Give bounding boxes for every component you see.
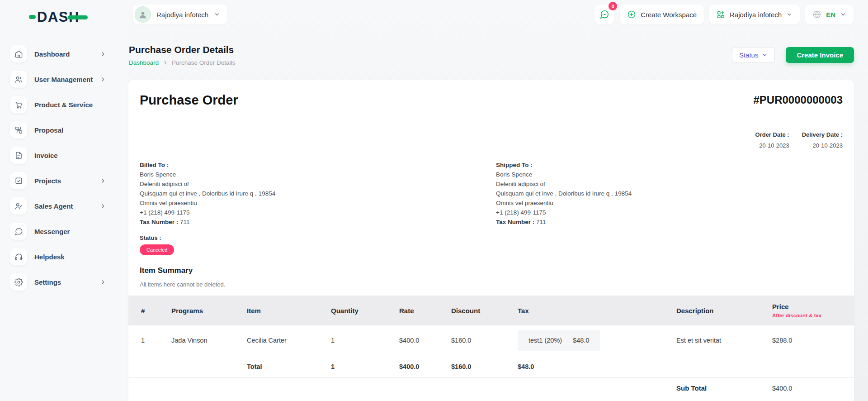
cell-tax: test1 (20%) $48.0 — [518, 325, 676, 356]
messages-count-badge: 0 — [609, 2, 617, 10]
helpdesk-icon — [10, 248, 27, 265]
status-badge: Canceled — [140, 244, 174, 255]
sidebar-item-sales-agent[interactable]: Sales Agent — [10, 197, 106, 215]
cell-programs: Jada Vinson — [171, 325, 247, 356]
plus-circle-icon — [627, 10, 636, 19]
sidebar-item-label: User Management — [34, 76, 93, 83]
col-index: # — [128, 296, 171, 325]
table-header-row: # Programs Item Quantity Rate Discount T… — [128, 296, 854, 325]
users-icon — [10, 71, 27, 88]
discount-row: Discount $160.0 — [128, 399, 854, 401]
sidebar-nav: Dashboard User Management Product & Serv… — [10, 45, 106, 291]
cell-index: 1 — [128, 325, 171, 356]
sidebar-item-helpdesk[interactable]: Helpdesk — [10, 248, 106, 265]
cart-icon — [10, 96, 27, 113]
sidebar-item-label: Invoice — [34, 152, 58, 159]
sidebar-item-label: Product & Service — [34, 101, 93, 109]
language-label: EN — [826, 11, 835, 19]
discount-label: Discount — [676, 399, 772, 401]
col-rate: Rate — [399, 296, 451, 325]
sidebar-item-messenger[interactable]: Messenger — [10, 223, 106, 240]
discount-value: $160.0 — [772, 399, 854, 401]
shipped-to-label: Shipped To : — [496, 160, 843, 170]
messages-button[interactable]: 0 — [594, 5, 614, 24]
col-tax: Tax — [518, 296, 676, 325]
order-dates: Order Date : 20-10-2023 Delivery Date : … — [128, 131, 854, 149]
order-status-label: Status : — [140, 234, 843, 241]
item-summary-note: All items here cannot be deleted. — [140, 281, 843, 288]
sales-agent-icon — [10, 197, 27, 215]
language-selector[interactable]: EN — [805, 5, 854, 24]
sidebar-item-product-service[interactable]: Product & Service — [10, 96, 106, 113]
billed-to-label: Billed To : — [140, 160, 496, 170]
shipped-to-city: Omnis vel praesentiu — [496, 198, 843, 208]
chevron-right-icon — [100, 203, 106, 209]
breadcrumb-dashboard-link[interactable]: Dashboard — [129, 59, 159, 66]
chevron-right-icon — [100, 279, 106, 285]
col-discount: Discount — [451, 296, 518, 325]
page-header: Purchase Order Details Dashboard Purchas… — [129, 44, 235, 66]
delivery-date: Delivery Date : 20-10-2023 — [802, 131, 843, 149]
delivery-date-label: Delivery Date : — [802, 131, 843, 138]
chevron-right-icon — [100, 51, 106, 57]
sidebar-item-label: Messenger — [34, 228, 70, 235]
create-workspace-button[interactable]: Create Workspace — [620, 5, 704, 24]
workspace-name: Rajodiya infotech — [156, 11, 208, 19]
home-icon — [10, 45, 27, 62]
item-summary-header: Item Summary All items here cannot be de… — [128, 266, 854, 288]
globe-icon — [812, 10, 821, 19]
chevron-right-icon — [100, 178, 106, 184]
breadcrumb-current: Purchase Order Details — [172, 59, 235, 66]
sidebar: DASH Dashboard User Management Product &… — [0, 0, 128, 401]
sidebar-item-label: Sales Agent — [34, 202, 73, 210]
settings-icon — [10, 273, 27, 291]
sidebar-item-projects[interactable]: Projects — [10, 172, 106, 189]
cell-discount: $160.0 — [451, 325, 518, 356]
subtotal-row: Sub Total $400.0 — [128, 377, 854, 399]
tax-amount: $48.0 — [573, 337, 589, 344]
chevron-down-icon — [762, 52, 768, 58]
shipped-to-name: Boris Spence — [496, 170, 843, 179]
proposal-icon — [10, 121, 27, 138]
sidebar-item-dashboard[interactable]: Dashboard — [10, 45, 106, 62]
sidebar-item-settings[interactable]: Settings — [10, 273, 106, 291]
cell-price: $288.0 — [772, 325, 854, 356]
billed-to-block: Billed To : Boris Spence Deleniti adipis… — [140, 160, 496, 227]
app-logo[interactable]: DASH — [29, 10, 88, 24]
company-selector[interactable]: Rajodiya infotech — [709, 5, 800, 24]
sidebar-item-invoice[interactable]: Invoice — [10, 147, 106, 164]
delivery-date-value: 20-10-2023 — [802, 142, 843, 149]
create-invoice-button[interactable]: Create Invoice — [786, 47, 854, 63]
price-note: After discount & tax — [772, 313, 851, 318]
sidebar-item-label: Settings — [34, 278, 61, 286]
page-actions: Status Create Invoice — [732, 47, 854, 63]
workspace-selector[interactable]: Rajodiya infotech — [133, 5, 227, 24]
tax-detail-box: test1 (20%) $48.0 — [518, 330, 600, 351]
sidebar-item-proposal[interactable]: Proposal — [10, 121, 106, 138]
total-discount: $160.0 — [451, 356, 518, 377]
order-date-value: 20-10-2023 — [755, 142, 789, 149]
total-tax: $48.0 — [518, 356, 676, 377]
breadcrumb: Dashboard Purchase Order Details — [129, 59, 235, 66]
projects-icon — [10, 172, 27, 189]
col-price: Price After discount & tax — [772, 296, 854, 325]
subtotal-label: Sub Total — [676, 377, 772, 399]
sidebar-item-user-management[interactable]: User Management — [10, 71, 106, 88]
sidebar-item-label: Helpdesk — [34, 253, 65, 261]
breadcrumb-chevron-icon — [163, 60, 168, 65]
shipped-to-tax: Tax Number : 711 — [496, 217, 843, 227]
logo-dash-accent — [68, 15, 88, 19]
shipped-to-address: Quisquam qui et inve , Doloribus id irur… — [496, 189, 843, 198]
shipped-to-block: Shipped To : Boris Spence Deleniti adipi… — [496, 160, 843, 227]
shipped-to-phone: +1 (218) 499-1175 — [496, 208, 843, 217]
addresses: Billed To : Boris Spence Deleniti adipis… — [128, 160, 854, 227]
sidebar-item-label: Proposal — [34, 126, 63, 134]
status-dropdown-button[interactable]: Status — [732, 47, 775, 63]
cell-item: Cecilia Carter — [247, 325, 331, 356]
billed-to-address: Quisquam qui et inve , Doloribus id irur… — [140, 189, 496, 198]
purchase-order-number: #PUR0000000003 — [754, 94, 843, 106]
company-name: Rajodiya infotech — [730, 11, 782, 19]
grid-plus-icon — [717, 10, 725, 19]
logo-dash-accent — [29, 15, 36, 19]
status-dropdown-label: Status — [739, 51, 759, 59]
